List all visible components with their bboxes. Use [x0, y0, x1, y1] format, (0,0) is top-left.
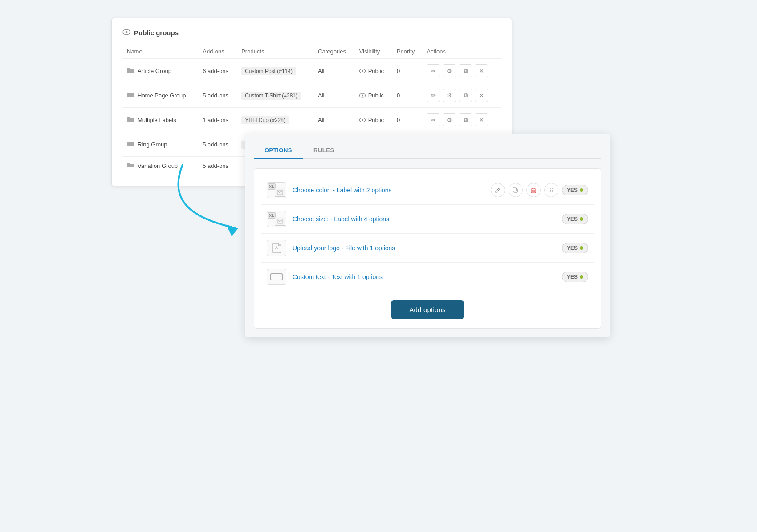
group-name: Article Group — [127, 67, 194, 75]
option-actions: YES — [562, 243, 588, 253]
priority-cell: 0 — [392, 59, 423, 83]
option-actions: YES — [562, 214, 588, 224]
col-products: Products — [237, 45, 313, 59]
option-type-icon: XL — [267, 211, 286, 227]
option-type-icon — [267, 240, 286, 256]
addons-cell: 6 add-ons — [198, 59, 237, 83]
visibility-cell: Public — [359, 68, 388, 74]
svg-point-1 — [126, 31, 128, 33]
folder-icon — [127, 67, 134, 75]
list-item: Custom text - Text with 1 options YES — [261, 263, 594, 291]
options-list-container: XL Choose color: - Label with 2 options — [254, 168, 601, 329]
tab-options[interactable]: OPTIONS — [254, 142, 303, 159]
visibility-cell: Public — [359, 117, 388, 123]
product-badge: YITH Cup (#228) — [241, 116, 289, 124]
col-actions: Actions — [422, 45, 501, 59]
svg-point-26 — [278, 220, 279, 221]
list-item: Upload your logo - File with 1 options Y… — [261, 234, 594, 263]
svg-point-21 — [550, 190, 551, 191]
svg-point-24 — [552, 191, 553, 192]
status-dot — [580, 188, 583, 192]
svg-point-12 — [278, 191, 279, 192]
svg-point-19 — [550, 188, 551, 189]
option-type-icon: XL — [267, 182, 286, 198]
add-options-button[interactable]: Add options — [391, 300, 463, 319]
group-name: Multiple Labels — [127, 116, 194, 124]
option-edit-button[interactable] — [491, 183, 505, 197]
copy-button[interactable]: ⧉ — [459, 89, 472, 102]
status-dot — [580, 246, 583, 250]
option-actions: YES — [562, 272, 588, 282]
option-copy-button[interactable] — [509, 183, 523, 197]
text-field-icon — [270, 273, 283, 280]
actions-cell: ✏ ⚙ ⧉ ✕ — [427, 64, 497, 77]
folder-icon — [127, 116, 134, 124]
card-heading: Public groups — [134, 29, 179, 37]
group-name: Home Page Group — [127, 92, 194, 99]
svg-point-3 — [362, 70, 363, 72]
option-label[interactable]: Choose size: - Label with 4 options — [293, 215, 556, 223]
status-badge: YES — [562, 243, 588, 253]
folder-icon — [127, 92, 134, 99]
product-badge: Custom Post (#114) — [241, 67, 296, 75]
option-label[interactable]: Upload your logo - File with 1 options — [293, 244, 556, 252]
col-categories: Categories — [313, 45, 355, 59]
visibility-cell: Public — [359, 92, 388, 99]
settings-button[interactable]: ⚙ — [443, 113, 456, 126]
arrow-decoration — [169, 160, 267, 231]
option-actions: YES — [491, 183, 588, 197]
settings-button[interactable]: ⚙ — [443, 89, 456, 102]
col-name: Name — [122, 45, 198, 59]
tab-rules[interactable]: RULES — [303, 142, 345, 159]
copy-button[interactable]: ⧉ — [459, 64, 472, 77]
option-label[interactable]: Choose color: - Label with 2 options — [293, 187, 484, 194]
delete-button[interactable]: ✕ — [475, 113, 488, 126]
list-item: XL Choose size: - Label with 4 options — [261, 205, 594, 234]
eye-icon — [122, 29, 130, 37]
delete-button[interactable]: ✕ — [475, 89, 488, 102]
actions-cell: ✏ ⚙ ⧉ ✕ — [427, 113, 497, 126]
copy-button[interactable]: ⧉ — [459, 113, 472, 126]
tabs-bar: OPTIONS RULES — [254, 142, 601, 159]
svg-point-23 — [550, 191, 551, 192]
col-visibility: Visibility — [355, 45, 392, 59]
svg-point-20 — [552, 188, 553, 189]
settings-button[interactable]: ⚙ — [443, 64, 456, 77]
status-dot — [580, 217, 583, 221]
list-item: XL Choose color: - Label with 2 options — [261, 176, 594, 205]
group-name: Ring Group — [127, 141, 194, 148]
actions-cell: ✏ ⚙ ⧉ ✕ — [427, 89, 497, 102]
table-row: Multiple Labels 1 add-ons YITH Cup (#228… — [122, 108, 501, 132]
edit-button[interactable]: ✏ — [427, 89, 440, 102]
col-priority: Priority — [392, 45, 423, 59]
edit-button[interactable]: ✏ — [427, 113, 440, 126]
status-badge: YES — [562, 214, 588, 224]
product-badge: Custom T-Shirt (#281) — [241, 92, 301, 100]
table-row: Home Page Group 5 add-ons Custom T-Shirt… — [122, 83, 501, 108]
svg-point-5 — [362, 94, 363, 96]
svg-marker-10 — [226, 223, 239, 237]
option-type-icon — [267, 269, 286, 285]
status-badge: YES — [562, 272, 588, 282]
table-row: Article Group 6 add-ons Custom Post (#11… — [122, 59, 501, 83]
status-badge: YES — [562, 185, 588, 195]
option-label[interactable]: Custom text - Text with 1 options — [293, 273, 556, 280]
options-panel: OPTIONS RULES XL — [245, 134, 610, 337]
edit-button[interactable]: ✏ — [427, 64, 440, 77]
folder-icon — [127, 162, 134, 170]
col-addons: Add-ons — [198, 45, 237, 59]
status-dot — [580, 275, 583, 279]
categories-cell: All — [313, 59, 355, 83]
svg-rect-14 — [513, 188, 516, 191]
option-delete-button[interactable] — [526, 183, 541, 197]
delete-button[interactable]: ✕ — [475, 64, 488, 77]
option-move-button[interactable] — [544, 183, 558, 197]
folder-icon — [127, 141, 134, 148]
card-title: Public groups — [122, 29, 501, 37]
svg-point-7 — [362, 119, 363, 121]
svg-point-22 — [552, 190, 553, 191]
page-wrapper: Public groups Name Add-ons Products Cate… — [111, 18, 646, 508]
